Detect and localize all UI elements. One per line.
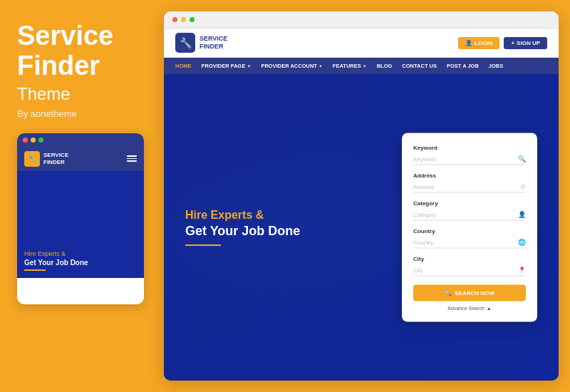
browser-window: 🔧 SERVICE FINDER 👤 LOGIN + SIGN UP	[164, 11, 559, 381]
left-panel: Service Finder Theme By aonetheme 🔧 SERV…	[0, 0, 164, 392]
search-btn-icon: 🔍	[445, 290, 452, 296]
browser-dot-red	[172, 17, 177, 22]
brand-title-line1: Service	[17, 21, 113, 51]
mobile-hero-text: Hire Experts & Get Your Job Done	[24, 250, 88, 271]
mobile-hamburger-icon[interactable]	[127, 155, 137, 162]
nav-item-blog[interactable]: BLOG	[377, 63, 393, 69]
browser-nav: HOME PROVIDER PAGE ▼ PROVIDER ACCOUNT ▼ …	[164, 58, 559, 74]
site-logo-icon: 🔧	[175, 33, 195, 53]
brand-subtitle: Theme	[17, 84, 147, 104]
hero-highlight: Experts	[211, 209, 253, 221]
mobile-hero-divider	[24, 269, 46, 271]
dot-red	[23, 138, 28, 143]
site-logo: 🔧 SERVICE FINDER	[175, 33, 227, 53]
nav-item-provider-account[interactable]: PROVIDER ACCOUNT ▼	[261, 63, 322, 69]
location-icon: ⊙	[520, 183, 526, 190]
mobile-logo: 🔧 SERVICE FINDER	[24, 151, 68, 167]
browser-hero: Hire Experts & Get Your Job Done Keyword…	[164, 74, 559, 381]
category-icon: 👤	[518, 211, 526, 218]
brand-title: Service Finder	[17, 21, 147, 81]
search-card: Keyword Keyword 🔍 Address Address ⊙	[402, 133, 537, 322]
nav-item-jobs[interactable]: JOBS	[489, 63, 503, 69]
city-field: City City 📍	[413, 256, 526, 277]
mobile-hero-line2: Get Your Job Done	[24, 259, 88, 267]
advance-search-link[interactable]: Advance Search ▲	[413, 306, 526, 311]
site-logo-text: SERVICE FINDER	[200, 35, 227, 51]
brand-by: By aonetheme	[17, 108, 147, 119]
address-field: Address Address ⊙	[413, 172, 526, 193]
nav-item-contact[interactable]: CONTACT US	[402, 63, 437, 69]
dot-green	[38, 138, 43, 143]
browser-header: 🔧 SERVICE FINDER 👤 LOGIN + SIGN UP	[164, 29, 559, 58]
user-icon: 👤	[465, 40, 472, 46]
mobile-preview: 🔧 SERVICE FINDER Hire Experts & Get Your…	[17, 133, 144, 304]
chevron-down-icon: ▼	[363, 64, 367, 68]
chevron-up-icon: ▲	[487, 306, 492, 311]
browser-dot-yellow	[181, 17, 186, 22]
chevron-down-icon: ▼	[247, 64, 251, 68]
plus-icon: +	[511, 40, 514, 46]
nav-item-features[interactable]: FEATURES ▼	[333, 63, 367, 69]
nav-item-post-job[interactable]: POST A JOB	[447, 63, 479, 69]
brand-heading: Service Finder Theme By aonetheme	[17, 21, 147, 119]
chevron-down-icon: ▼	[318, 64, 323, 68]
header-buttons: 👤 LOGIN + SIGN UP	[458, 37, 547, 49]
country-field: Country Country 🌐	[413, 228, 526, 249]
mobile-logo-text: SERVICE FINDER	[43, 152, 68, 165]
browser-dot-green	[190, 17, 195, 22]
mobile-hero-line1: Hire Experts &	[24, 250, 88, 257]
mobile-titlebar	[17, 133, 144, 147]
brand-title-line2: Finder	[17, 51, 100, 81]
pin-icon: 📍	[518, 267, 526, 274]
globe-icon: 🌐	[518, 239, 526, 246]
search-now-button[interactable]: 🔍 SEARCH NOW	[413, 285, 526, 301]
keyword-field: Keyword Keyword 🔍	[413, 145, 526, 165]
dot-yellow	[31, 138, 36, 143]
mobile-nav: 🔧 SERVICE FINDER	[17, 147, 144, 171]
category-field: Category Category 👤	[413, 200, 526, 221]
nav-item-home[interactable]: HOME	[175, 63, 192, 69]
hero-divider	[185, 244, 221, 246]
nav-item-provider-page[interactable]: PROVIDER PAGE ▼	[202, 63, 252, 69]
mobile-hero: Hire Experts & Get Your Job Done	[17, 171, 144, 278]
browser-titlebar	[164, 11, 559, 29]
search-icon: 🔍	[518, 155, 526, 163]
login-button[interactable]: 👤 LOGIN	[458, 37, 499, 49]
right-panel: 🔧 SERVICE FINDER 👤 LOGIN + SIGN UP	[164, 0, 570, 392]
signup-button[interactable]: + SIGN UP	[504, 37, 547, 49]
mobile-logo-icon: 🔧	[24, 151, 40, 167]
